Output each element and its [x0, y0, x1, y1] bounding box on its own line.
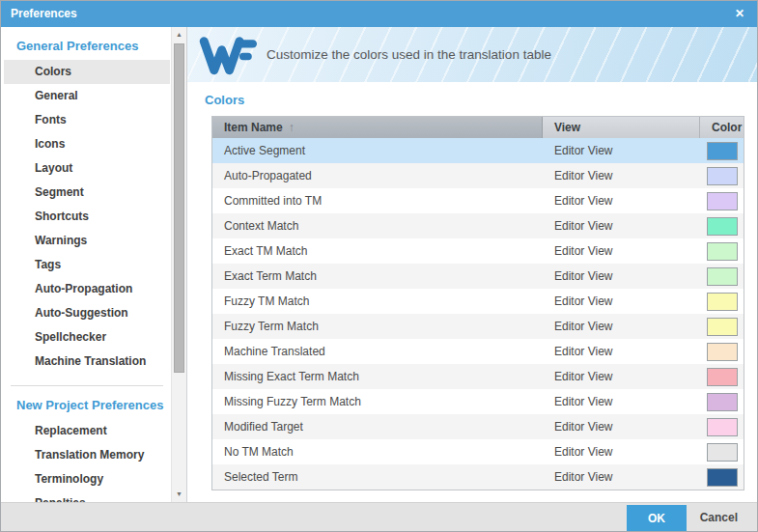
cell-view: Editor View: [543, 144, 700, 157]
sidebar: General PreferencesColorsGeneralFontsIco…: [1, 27, 187, 502]
sidebar-item-colors[interactable]: Colors: [4, 60, 170, 84]
banner-subtitle: Customize the colors used in the transla…: [267, 47, 551, 62]
table-row-exact-term-match[interactable]: Exact Term MatchEditor View: [212, 264, 744, 289]
color-swatch[interactable]: [707, 468, 738, 487]
scrollbar-thumb[interactable]: [174, 43, 184, 373]
color-swatch[interactable]: [707, 192, 738, 210]
sidebar-item-segment[interactable]: Segment: [4, 181, 170, 205]
banner: Customize the colors used in the transla…: [187, 27, 757, 82]
table-row-exact-tm-match[interactable]: Exact TM MatchEditor View: [212, 238, 744, 264]
sidebar-item-machine-translation[interactable]: Machine Translation: [4, 350, 170, 374]
cell-item-name: No TM Match: [212, 445, 543, 459]
table-row-selected-term[interactable]: Selected TermEditor View: [212, 464, 744, 490]
sidebar-section-title-general-preferences: General Preferences: [16, 39, 171, 53]
cell-item-name: Selected Term: [212, 470, 543, 484]
table-body: Active SegmentEditor ViewAuto-Propagated…: [212, 138, 744, 490]
cell-view: Editor View: [543, 470, 700, 484]
sidebar-item-warnings[interactable]: Warnings: [4, 229, 170, 253]
cell-view: Editor View: [543, 169, 700, 182]
sidebar-item-auto-propagation[interactable]: Auto-Propagation: [4, 277, 170, 301]
color-swatch[interactable]: [707, 368, 738, 386]
cell-color: [700, 393, 744, 411]
table-row-no-tm-match[interactable]: No TM MatchEditor View: [212, 439, 744, 464]
sort-asc-icon: ↑: [289, 121, 295, 134]
sidebar-item-fonts[interactable]: Fonts: [4, 108, 170, 132]
cell-item-name: Exact Term Match: [212, 269, 543, 283]
cell-color: [700, 242, 744, 261]
cell-view: Editor View: [543, 395, 700, 408]
cell-item-name: Modified Target: [212, 420, 543, 434]
table-row-active-segment[interactable]: Active SegmentEditor View: [212, 138, 744, 163]
sidebar-item-layout[interactable]: Layout: [4, 156, 170, 181]
cell-color: [700, 368, 744, 386]
table-row-modified-target[interactable]: Modified TargetEditor View: [212, 414, 744, 439]
cell-item-name: Active Segment: [212, 144, 543, 157]
sidebar-item-tags[interactable]: Tags: [4, 253, 170, 277]
cell-item-name: Fuzzy TM Match: [212, 294, 543, 308]
close-icon[interactable]: ✕: [735, 1, 744, 27]
table-row-context-match[interactable]: Context MatchEditor View: [212, 213, 744, 238]
sidebar-divider: [11, 385, 163, 386]
table-row-fuzzy-term-match[interactable]: Fuzzy Term MatchEditor View: [212, 314, 744, 339]
sidebar-item-spellchecker[interactable]: Spellchecker: [4, 325, 170, 350]
cell-view: Editor View: [543, 244, 700, 258]
sidebar-item-penalties[interactable]: Penalties: [4, 491, 170, 502]
color-swatch[interactable]: [707, 418, 738, 436]
color-swatch[interactable]: [707, 167, 738, 185]
sidebar-item-general[interactable]: General: [4, 84, 170, 108]
footer-bar: OK Cancel: [1, 502, 757, 531]
sidebar-item-shortcuts[interactable]: Shortcuts: [4, 205, 170, 229]
cell-view: Editor View: [543, 294, 700, 308]
scroll-up-icon[interactable]: ▲: [172, 27, 186, 42]
page-title: Colors: [205, 93, 757, 107]
cell-color: [700, 318, 744, 336]
cancel-button[interactable]: Cancel: [694, 505, 744, 531]
sidebar-item-icons[interactable]: Icons: [4, 132, 170, 156]
table-row-auto-propagated[interactable]: Auto-PropagatedEditor View: [212, 163, 744, 188]
column-header-item-name[interactable]: Item Name↑: [212, 117, 543, 138]
table-row-missing-fuzzy-term-match[interactable]: Missing Fuzzy Term MatchEditor View: [212, 389, 744, 414]
sidebar-item-replacement[interactable]: Replacement: [4, 419, 170, 443]
cell-color: [700, 418, 744, 436]
cell-view: Editor View: [543, 370, 700, 383]
cell-color: [700, 343, 744, 361]
cell-color: [700, 217, 744, 236]
ok-button[interactable]: OK: [627, 505, 687, 531]
cell-view: Editor View: [543, 219, 700, 233]
cell-item-name: Context Match: [212, 219, 543, 233]
cell-color: [700, 142, 744, 160]
cell-view: Editor View: [543, 194, 700, 208]
table-row-machine-translated[interactable]: Machine TranslatedEditor View: [212, 339, 744, 364]
cell-item-name: Fuzzy Term Match: [212, 320, 543, 333]
color-swatch[interactable]: [707, 318, 738, 336]
cell-color: [700, 192, 744, 210]
cell-view: Editor View: [543, 345, 700, 358]
title-bar: Preferences ✕: [1, 1, 757, 27]
cell-color: [700, 443, 744, 462]
column-header-color[interactable]: Color: [700, 117, 744, 138]
color-swatch[interactable]: [707, 267, 738, 286]
table-row-committed-into-tm[interactable]: Committed into TMEditor View: [212, 188, 744, 213]
color-swatch[interactable]: [707, 443, 738, 462]
cell-view: Editor View: [543, 445, 700, 459]
sidebar-item-terminology[interactable]: Terminology: [4, 467, 170, 491]
cell-view: Editor View: [543, 420, 700, 434]
color-swatch[interactable]: [707, 142, 738, 160]
cell-color: [700, 293, 744, 311]
sidebar-item-auto-suggestion[interactable]: Auto-Suggestion: [4, 301, 170, 325]
column-header-view[interactable]: View: [543, 117, 700, 138]
table-row-missing-exact-term-match[interactable]: Missing Exact Term MatchEditor View: [212, 364, 744, 389]
sidebar-sections: General PreferencesColorsGeneralFontsIco…: [1, 27, 171, 502]
scroll-down-icon[interactable]: ▼: [172, 487, 186, 501]
table-row-fuzzy-tm-match[interactable]: Fuzzy TM MatchEditor View: [212, 289, 744, 314]
table-header: Item Name↑ View Color: [212, 117, 744, 138]
sidebar-scrollbar[interactable]: ▲ ▼: [171, 27, 186, 502]
color-swatch[interactable]: [707, 343, 738, 361]
color-swatch[interactable]: [707, 217, 738, 236]
sidebar-item-translation-memory[interactable]: Translation Memory: [4, 443, 170, 467]
color-swatch[interactable]: [707, 242, 738, 261]
cell-item-name: Machine Translated: [212, 345, 543, 358]
color-swatch[interactable]: [707, 293, 738, 311]
dialog-body: General PreferencesColorsGeneralFontsIco…: [1, 27, 757, 502]
color-swatch[interactable]: [707, 393, 738, 411]
